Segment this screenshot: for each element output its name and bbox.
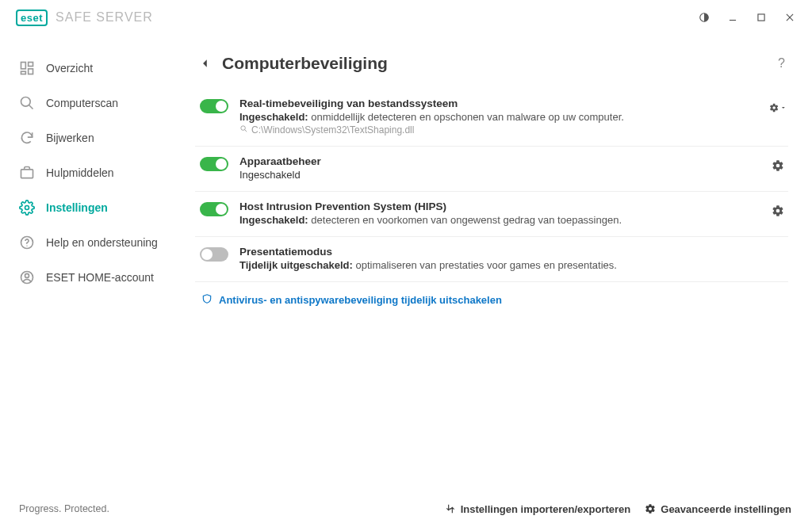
setting-subtitle: Ingeschakeld <box>239 169 758 181</box>
window-minimize-button[interactable] <box>718 3 747 32</box>
content: Computerbeveiliging ? Real-timebeveiligi… <box>190 35 812 487</box>
setting-device-control: Apparaatbeheer Ingeschakeld <box>195 147 788 192</box>
sidebar-item-help[interactable]: Help en ondersteuning <box>0 225 190 260</box>
toggle-device-control[interactable] <box>200 157 228 171</box>
svg-rect-7 <box>29 69 33 74</box>
link-label: Antivirus- en antispywarebeveiliging tij… <box>219 294 502 306</box>
svg-rect-5 <box>21 63 26 69</box>
help-icon[interactable]: ? <box>778 56 788 71</box>
sidebar-item-overview[interactable]: Overzicht <box>0 51 190 86</box>
svg-line-10 <box>29 105 33 109</box>
search-icon <box>19 95 35 111</box>
setting-options-button[interactable] <box>769 157 787 174</box>
sidebar: Overzicht Computerscan Bijwerken Hulpmid… <box>0 35 190 487</box>
svg-rect-6 <box>29 63 33 67</box>
page-title: Computerbeveiliging <box>222 54 388 73</box>
advanced-settings-link[interactable]: Geavanceerde instellingen <box>645 503 791 515</box>
setting-title: Host Intrusion Prevention System (HIPS) <box>239 201 758 212</box>
svg-point-9 <box>21 97 31 107</box>
sidebar-item-update[interactable]: Bijwerken <box>0 120 190 155</box>
svg-point-12 <box>25 206 29 210</box>
svg-rect-8 <box>21 71 26 74</box>
shield-icon <box>201 293 213 307</box>
sidebar-item-label: Bijwerken <box>46 132 94 144</box>
import-export-link[interactable]: Instellingen importeren/exporteren <box>445 503 631 515</box>
setting-title: Apparaatbeheer <box>239 155 758 167</box>
sidebar-item-label: Hulpmiddelen <box>46 166 114 179</box>
setting-title: Presentatiemodus <box>239 246 787 258</box>
svg-rect-2 <box>758 14 764 21</box>
svg-point-14 <box>26 246 27 246</box>
sidebar-item-label: Computerscan <box>46 97 118 109</box>
setting-scan-path: C:\Windows\System32\TextShaping.dll <box>239 124 758 136</box>
sidebar-item-label: Overzicht <box>46 62 93 74</box>
user-circle-icon <box>19 269 35 285</box>
setting-title: Real-timebeveiliging van bestandssysteem <box>239 97 758 109</box>
page-head: Computerbeveiliging ? <box>195 49 788 89</box>
toggle-realtime-protection[interactable] <box>200 99 228 113</box>
footer-tagline: Progress. Protected. <box>19 503 109 514</box>
svg-point-16 <box>25 273 29 277</box>
setting-subtitle: Tijdelijk uitgeschakeld: optimaliseren v… <box>239 259 787 271</box>
sidebar-item-scan[interactable]: Computerscan <box>0 86 190 120</box>
sidebar-item-label: ESET HOME-account <box>46 271 154 284</box>
help-circle-icon <box>19 235 35 250</box>
briefcase-icon <box>19 165 35 181</box>
setting-hips: Host Intrusion Prevention System (HIPS) … <box>195 192 788 237</box>
toggle-hips[interactable] <box>200 202 228 216</box>
toggle-presentation-mode[interactable] <box>200 247 228 262</box>
sidebar-item-account[interactable]: ESET HOME-account <box>0 260 190 295</box>
window-maximize-button[interactable] <box>747 3 776 32</box>
gear-icon <box>19 200 35 216</box>
window-close-button[interactable] <box>776 3 804 32</box>
setting-realtime-protection: Real-timebeveiliging van bestandssysteem… <box>195 89 788 147</box>
setting-options-dropdown[interactable] <box>769 99 787 117</box>
svg-line-18 <box>244 129 247 132</box>
setting-options-button[interactable] <box>769 202 787 220</box>
refresh-icon <box>19 130 35 146</box>
dashboard-icon <box>19 60 35 76</box>
setting-presentation-mode: Presentatiemodus Tijdelijk uitgeschakeld… <box>195 237 788 282</box>
sidebar-item-settings[interactable]: Instellingen <box>0 190 190 225</box>
svg-rect-11 <box>21 170 33 178</box>
titlebar: eset SAFE SERVER <box>0 0 812 35</box>
app-title: SAFE SERVER <box>56 10 153 25</box>
setting-subtitle: Ingeschakeld: onmiddellijk detecteren en… <box>239 111 758 123</box>
import-export-icon <box>445 503 456 514</box>
brand-logo: eset <box>16 10 48 26</box>
back-button[interactable] <box>200 58 211 69</box>
sidebar-item-label: Help en ondersteuning <box>46 236 158 249</box>
setting-subtitle: Ingeschakeld: detecteren en voorkomen va… <box>239 214 758 226</box>
sidebar-item-tools[interactable]: Hulpmiddelen <box>0 155 190 190</box>
theme-contrast-icon[interactable] <box>690 3 718 32</box>
sidebar-item-label: Instellingen <box>46 201 108 214</box>
magnifier-icon <box>239 124 248 136</box>
gear-icon <box>645 503 656 514</box>
disable-protection-link[interactable]: Antivirus- en antispywarebeveiliging tij… <box>195 282 788 307</box>
footer: Progress. Protected. Instellingen import… <box>0 487 812 531</box>
